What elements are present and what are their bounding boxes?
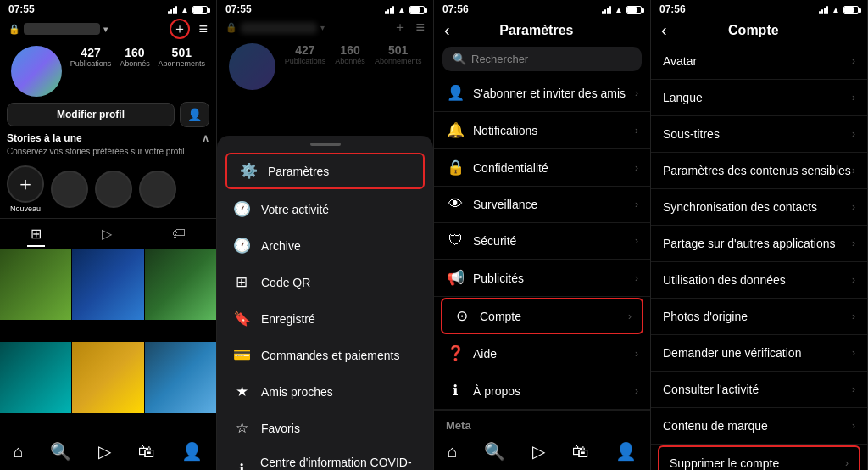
eye-icon: 👁 [446,196,465,213]
new-story-bubble[interactable]: ＋ [7,165,44,203]
stories-subtitle: Conservez vos stories préférées sur votr… [0,146,216,160]
content-tabs: ⊞ ▷ 🏷 [0,218,216,249]
publicites-chevron: › [635,272,638,284]
menu-icon[interactable]: ≡ [198,20,208,38]
settings-back-button[interactable]: ‹ [444,20,450,40]
archive-label: Archive [261,239,301,253]
account-sensible[interactable]: Paramètres des contenus sensibles › [651,153,867,189]
menu-overlay: ⚙️ Paramètres 🕐 Votre activité 🕐 Archive… [217,136,433,470]
edit-profile-row: Modifier profil 👤 [0,100,216,129]
stories-collapse-icon[interactable]: ∧ [202,132,209,144]
account-verification[interactable]: Demander une vérification › [651,335,867,372]
marque-label: Contenu de marque [663,419,852,433]
compte-label: Compte [480,310,620,323]
search-nav[interactable]: 🔍 [50,441,71,462]
langue-label: Langue [663,91,852,104]
setting-securite[interactable]: 🛡 Sécurité › [434,223,650,260]
sous-titres-chevron: › [852,128,855,140]
securite-label: Sécurité [473,234,626,248]
photo-2[interactable] [72,249,143,320]
verification-chevron: › [852,347,855,359]
shop-nav-3[interactable]: 🛍 [572,442,589,462]
setting-aide[interactable]: ❓ Aide › [434,335,650,372]
bottom-nav-1: ⌂ 🔍 ▷ 🛍 👤 [0,434,216,470]
account-activite[interactable]: Consulter l'activité › [651,372,867,408]
story-3[interactable] [139,171,176,208]
account-back-button[interactable]: ‹ [661,20,667,40]
shop-nav[interactable]: 🛍 [138,442,155,462]
story-2[interactable] [95,171,132,208]
stories-header: Stories à la une ∧ [0,129,216,146]
edit-profile-button[interactable]: Modifier profil [7,103,175,126]
publicites-label: Publicités [473,271,626,285]
menu-item-qr[interactable]: ⊞ Code QR [217,264,433,300]
signal-icon [168,5,177,14]
profile-nav[interactable]: 👤 [181,441,203,462]
setting-confidentialite[interactable]: 🔒 Confidentialité › [434,149,650,187]
reels-nav-3[interactable]: ▷ [532,441,545,462]
photo-5[interactable] [72,342,143,413]
menu-item-covid[interactable]: ℹ Centre d'information COVID-19 [217,446,433,470]
menu-item-enregistre[interactable]: 🔖 Enregistré [217,300,433,337]
setting-apropos[interactable]: ℹ À propos › [434,372,650,410]
dimmed-profile: 🔒 ▾ ＋ ≡ 427 Publications 160 Abonnés 501… [217,17,433,93]
subscribe-chevron: › [635,87,638,99]
account-partage[interactable]: Partage sur d'autres applications › [651,226,867,262]
photo-4[interactable] [0,342,71,413]
account-avatar[interactable]: Avatar › [651,43,867,80]
photo-3[interactable] [145,249,216,320]
username-area-2: 🔒 ▾ [225,22,385,34]
signal-icon-3 [602,5,611,14]
securite-chevron: › [635,235,638,247]
donnees-chevron: › [852,274,855,286]
account-marque[interactable]: Contenu de marque › [651,408,867,445]
notifications-label: Notifications [473,124,626,137]
enregistre-label: Enregistré [261,312,315,326]
setting-publicites[interactable]: 📢 Publicités › [434,260,650,297]
pub-label: Publications [70,59,112,68]
discover-icon[interactable]: 👤 [180,102,209,127]
stories-row: ＋ Nouveau [0,160,216,218]
account-photos[interactable]: Photos d'origine › [651,299,867,335]
lock-icon-settings: 🔒 [446,159,465,176]
menu-item-activite[interactable]: 🕐 Votre activité [217,191,433,227]
photo-6[interactable] [145,342,216,413]
avatar-2 [229,43,275,90]
search-nav-3[interactable]: 🔍 [484,441,505,462]
abmt-count: 501 [159,46,206,59]
photo-1[interactable] [0,249,71,320]
stat-abmt-2: 501 Abonnements [375,43,422,90]
account-nav-bar: ‹ Compte [651,17,867,43]
setting-compte[interactable]: ⊙ Compte › [441,298,643,334]
menu-item-commandes[interactable]: 💳 Commandes et paiements [217,337,433,373]
home-nav-3[interactable]: ⌂ [448,442,458,462]
grid-tab[interactable]: ⊞ [27,222,45,247]
setting-subscribe[interactable]: 👤 S'abonner et inviter des amis › [434,75,650,112]
account-synchro[interactable]: Synchronisation des contacts › [651,189,867,226]
menu-item-amis[interactable]: ★ Amis proches [217,373,433,410]
star-icon: ☆ [232,419,251,437]
account-sous-titres[interactable]: Sous-titres › [651,116,867,153]
setting-surveillance[interactable]: 👁 Surveillance › [434,187,650,223]
activite-label-acc: Consulter l'activité [663,383,852,396]
story-1[interactable] [51,171,88,208]
status-bar-2: 07:55 ▲ [217,0,433,17]
commandes-label: Commandes et paiements [261,349,399,362]
new-story-item[interactable]: ＋ Nouveau [7,165,44,213]
tagged-tab[interactable]: 🏷 [169,222,189,247]
menu-item-parametres[interactable]: ⚙️ Paramètres [225,153,425,189]
menu-item-archive[interactable]: 🕐 Archive [217,227,433,264]
account-donnees[interactable]: Utilisation des données › [651,262,867,299]
account-delete[interactable]: Supprimer le compte › [658,445,860,470]
confidentialite-chevron: › [635,162,638,174]
settings-search[interactable]: 🔍 Rechercher [442,47,642,71]
search-icon: 🔍 [453,53,466,65]
reels-tab[interactable]: ▷ [98,222,115,247]
menu-item-favoris[interactable]: ☆ Favoris [217,410,433,446]
home-nav[interactable]: ⌂ [14,442,24,462]
account-langue[interactable]: Langue › [651,80,867,116]
add-icon[interactable]: ＋ [170,19,190,39]
reels-nav[interactable]: ▷ [98,441,111,462]
profile-nav-3[interactable]: 👤 [615,441,637,462]
setting-notifications[interactable]: 🔔 Notifications › [434,112,650,149]
